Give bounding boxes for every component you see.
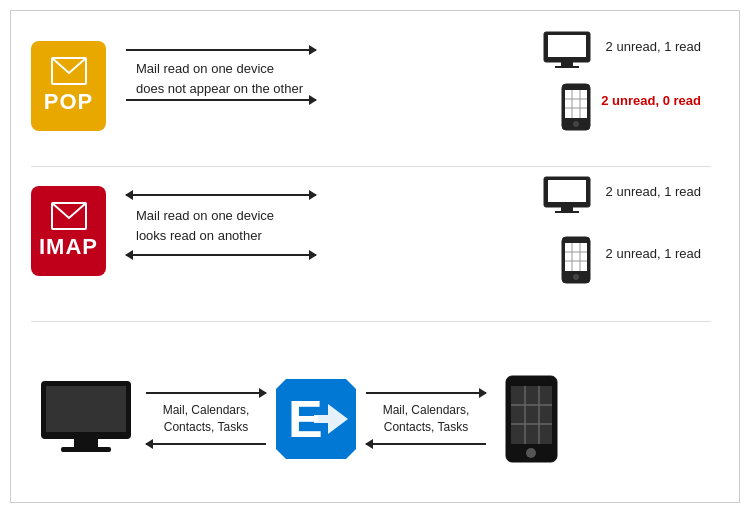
svg-rect-18: [565, 243, 587, 271]
desktop-computer-icon: [36, 379, 136, 459]
svg-point-23: [573, 274, 579, 280]
exchange-phone-icon: [504, 374, 559, 464]
svg-rect-25: [46, 386, 126, 432]
imap-arrow-bottom: [126, 254, 316, 256]
svg-rect-2: [548, 35, 586, 57]
imap-section: IMAP Mail read on one device looks read …: [31, 176, 711, 306]
exchange-left-label: Mail, Calendars, Contacts, Tasks: [163, 402, 250, 436]
phone-icon: [561, 83, 591, 131]
section-divider-2: [31, 321, 711, 322]
pop-badge: POP: [31, 41, 106, 131]
exchange-section: Mail, Calendars, Contacts, Tasks E: [31, 336, 711, 501]
pop-monitor-status: 2 unread, 1 read: [606, 39, 701, 54]
imap-badge: IMAP: [31, 186, 106, 276]
main-container: POP Mail read on one device does not app…: [10, 10, 740, 503]
svg-rect-15: [561, 207, 573, 211]
imap-description: Mail read on one device looks read on an…: [136, 206, 274, 245]
svg-rect-16: [555, 211, 579, 213]
imap-monitor-icon: [543, 176, 591, 214]
exchange-phone: [491, 374, 571, 464]
svg-rect-4: [555, 66, 579, 68]
svg-rect-26: [74, 439, 98, 447]
exchange-left-arrows: Mail, Calendars, Contacts, Tasks: [141, 392, 271, 446]
svg-rect-14: [548, 180, 586, 202]
svg-rect-6: [565, 90, 587, 118]
imap-phone-status: 2 unread, 1 read: [606, 246, 701, 261]
pop-label: POP: [44, 89, 93, 115]
monitor-icon: [543, 31, 591, 69]
svg-point-11: [573, 121, 579, 127]
exchange-logo-icon: E: [276, 379, 356, 459]
imap-monitor: [543, 176, 591, 217]
imap-envelope-icon: [51, 202, 87, 230]
exchange-right-arrows: Mail, Calendars,Contacts, Tasks: [361, 392, 491, 446]
envelope-icon: [51, 57, 87, 85]
pop-arrow-bottom: [126, 99, 316, 101]
pop-phone: [561, 83, 591, 134]
imap-phone-icon: [561, 236, 591, 284]
pop-section: POP Mail read on one device does not app…: [31, 31, 711, 151]
section-divider-1: [31, 166, 711, 167]
pop-phone-status: 2 unread, 0 read: [601, 93, 701, 108]
exchange-right-label: Mail, Calendars,Contacts, Tasks: [383, 402, 470, 436]
imap-arrow-top: [126, 194, 316, 196]
svg-point-37: [526, 448, 536, 458]
imap-label: IMAP: [39, 234, 98, 260]
exchange-logo: E: [271, 374, 361, 464]
pop-description: Mail read on one device does not appear …: [136, 59, 303, 98]
imap-monitor-status: 2 unread, 1 read: [606, 184, 701, 199]
exchange-desktop: [31, 379, 141, 459]
imap-phone: [561, 236, 591, 287]
svg-rect-27: [61, 447, 111, 452]
pop-arrow-top: [126, 49, 316, 51]
pop-monitor: [543, 31, 591, 72]
svg-rect-3: [561, 62, 573, 66]
svg-rect-32: [511, 386, 552, 444]
